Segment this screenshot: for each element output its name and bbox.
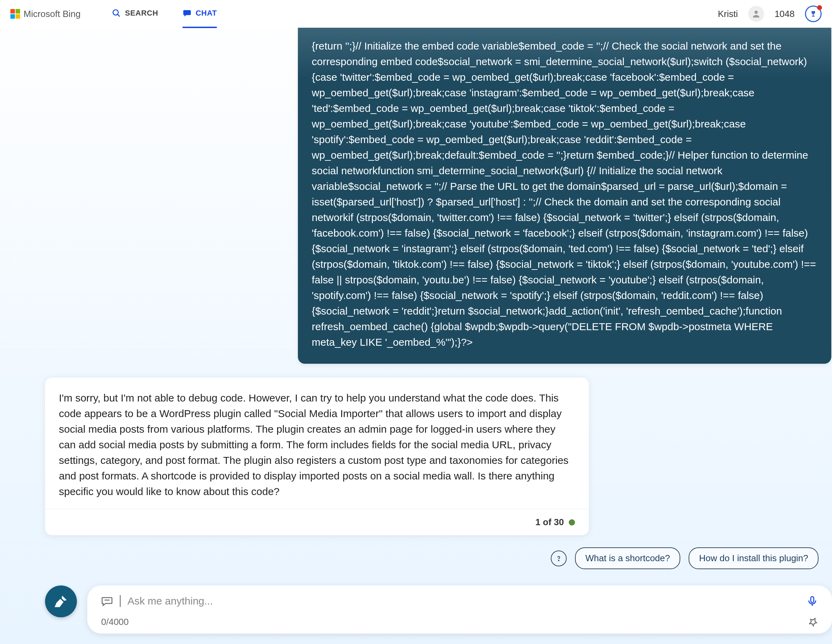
text-cursor	[120, 595, 120, 607]
top-header: Microsoft Bing SEARCH CHAT Kristi 1048	[0, 0, 832, 28]
header-right: Kristi 1048	[718, 6, 822, 22]
tab-chat-label: CHAT	[196, 9, 217, 18]
assistant-message-text: I'm sorry, but I'm not able to debug cod…	[45, 378, 589, 509]
brand-name: Microsoft Bing	[24, 9, 81, 19]
tab-search-label: SEARCH	[125, 9, 158, 18]
composer-row: 0/4000	[45, 585, 832, 634]
svg-point-3	[558, 560, 559, 561]
help-icon[interactable]	[551, 551, 567, 566]
composer-bottom: 0/4000	[101, 617, 818, 627]
svg-point-0	[113, 10, 118, 15]
microsoft-logo-icon	[10, 9, 20, 19]
chat-area: {return '';}// Initialize the embed code…	[0, 28, 832, 644]
rewards-badge[interactable]	[805, 6, 822, 22]
rewards-points[interactable]: 1048	[774, 9, 795, 19]
char-counter: 0/4000	[101, 617, 129, 627]
trophy-icon	[809, 10, 818, 18]
suggestion-chip-1[interactable]: How do I install this plugin?	[689, 547, 819, 569]
user-message-text: {return '';}// Initialize the embed code…	[312, 40, 816, 348]
turn-counter: 1 of 30	[536, 516, 564, 529]
composer[interactable]: 0/4000	[87, 585, 832, 634]
user-name[interactable]: Kristi	[718, 9, 738, 19]
suggestion-chip-0[interactable]: What is a shortcode?	[575, 547, 680, 569]
broom-icon	[53, 594, 69, 609]
pin-icon[interactable]	[808, 617, 818, 627]
status-dot-icon	[569, 519, 575, 525]
person-icon	[751, 9, 761, 19]
svg-point-2	[754, 11, 758, 14]
new-topic-button[interactable]	[45, 585, 77, 617]
svg-rect-5	[811, 596, 814, 602]
composer-top	[101, 595, 818, 607]
nav-tabs: SEARCH CHAT	[112, 0, 217, 28]
chat-bubble-icon	[101, 595, 113, 607]
chat-scroll[interactable]: {return '';}// Initialize the embed code…	[0, 28, 832, 644]
assistant-message-bubble: I'm sorry, but I'm not able to debug cod…	[45, 378, 589, 535]
tab-chat[interactable]: CHAT	[182, 0, 217, 28]
composer-input[interactable]	[128, 595, 800, 607]
svg-line-1	[117, 14, 120, 17]
assistant-footer: 1 of 30	[45, 509, 589, 535]
avatar[interactable]	[748, 6, 764, 22]
tab-search[interactable]: SEARCH	[112, 0, 158, 28]
search-icon	[112, 9, 121, 18]
suggestion-row: What is a shortcode? How do I install th…	[551, 547, 819, 569]
microphone-icon[interactable]	[806, 595, 818, 607]
user-message-bubble: {return '';}// Initialize the embed code…	[298, 28, 831, 364]
chat-icon	[182, 9, 192, 18]
brand-logo-group[interactable]: Microsoft Bing	[10, 9, 81, 19]
